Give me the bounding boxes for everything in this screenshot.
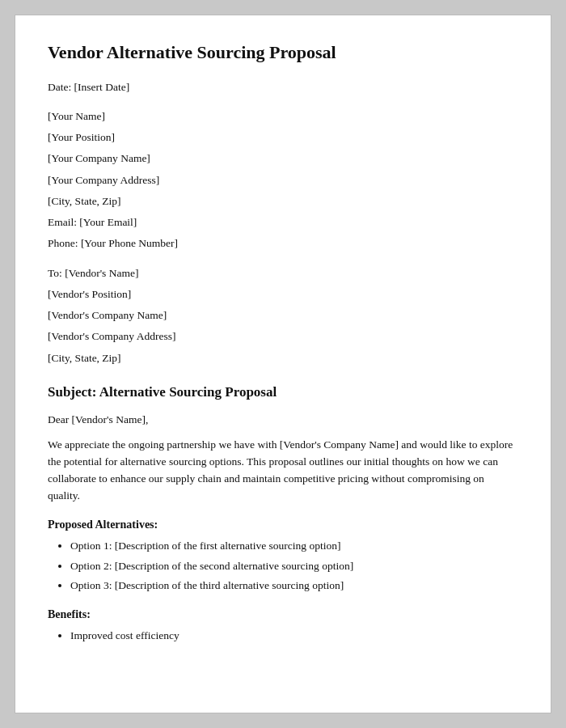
sender-name: [Your Name] [48,108,518,125]
document-container: Vendor Alternative Sourcing Proposal Dat… [15,15,551,713]
list-item: Improved cost efficiency [70,628,518,644]
sender-company: [Your Company Name] [48,150,518,167]
date-line: Date: [Insert Date] [48,79,518,95]
list-item: Option 2: [Description of the second alt… [70,558,518,574]
document-title: Vendor Alternative Sourcing Proposal [48,41,518,65]
vendor-address: [Vendor's Company Address] [48,328,518,345]
sender-address: [Your Company Address] [48,172,518,188]
sender-phone: Phone: [Your Phone Number] [48,235,518,252]
vendor-name-to: To: [Vendor's Name] [48,265,518,281]
salutation: Dear [Vendor's Name], [48,412,518,429]
subject-line: Subject: Alternative Sourcing Proposal [48,384,518,400]
proposed-alternatives-heading: Proposed Alternatives: [48,518,518,531]
vendor-position: [Vendor's Position] [48,286,518,303]
vendor-company: [Vendor's Company Name] [48,307,518,324]
sender-position: [Your Position] [48,129,518,146]
proposed-alternatives-list: Option 1: [Description of the first alte… [48,538,518,594]
sender-email: Email: [Your Email] [48,214,518,231]
benefits-list: Improved cost efficiency [48,628,518,644]
benefits-heading: Benefits: [48,608,518,621]
list-item: Option 3: [Description of the third alte… [70,578,518,594]
sender-city-state-zip: [City, State, Zip] [48,193,518,210]
list-item: Option 1: [Description of the first alte… [70,538,518,554]
intro-paragraph: We appreciate the ongoing partnership we… [48,437,518,505]
vendor-city-state-zip: [City, State, Zip] [48,350,518,366]
